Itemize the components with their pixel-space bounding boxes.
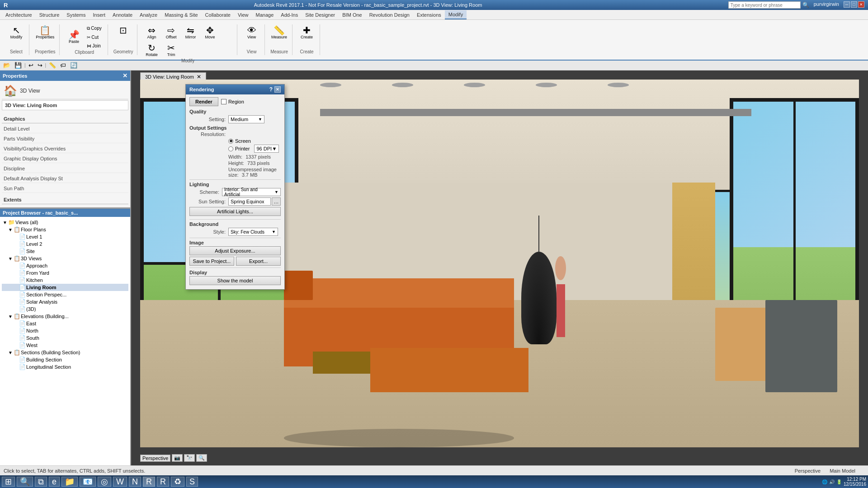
menu-sitedesigner[interactable]: Site Designer [302,11,339,19]
qat-open[interactable]: 📂 [2,61,12,69]
maximize-button[interactable]: □ [851,1,857,8]
taskbar-outlook[interactable]: 📧 [80,477,96,487]
quality-setting-select[interactable]: Medium ▼ [228,115,264,123]
taskbar-onenote[interactable]: N [129,477,141,487]
pb-kitchen[interactable]: 📄 Kitchen [2,277,128,284]
cope-btn[interactable]: ⊡ [114,24,132,36]
pb-level1[interactable]: 📄 Level 1 [2,233,128,240]
camera-icon[interactable]: 📷 [172,454,183,462]
search-input[interactable] [728,1,801,9]
qat-tag[interactable]: 🏷 [59,61,67,69]
properties-btn[interactable]: 📋 Properties [36,24,54,41]
pb-section-persp[interactable]: 📄 Section Perspec... [2,291,128,298]
task-view-button[interactable]: ⧉ [35,477,47,487]
artificial-lights-button[interactable]: Artificial Lights... [189,207,281,216]
dialog-title-bar[interactable]: Rendering ? ✕ [186,84,284,94]
measure-btn[interactable]: 📏Measure [270,24,288,41]
pb-site[interactable]: 📄 Site [2,248,128,255]
scheme-select[interactable]: Interior: Sun and Artificial ▼ [222,188,281,196]
menu-structure[interactable]: Structure [36,11,63,19]
trim-btn[interactable]: ✂Trim [162,42,180,58]
printer-radio-button[interactable] [228,146,233,151]
nav-icon[interactable]: 🔭 [184,454,195,462]
menu-modify[interactable]: Modify [445,10,467,19]
pb-3d-views[interactable]: ▼ 📋 3D Views [2,255,128,262]
pb-building-section[interactable]: 📄 Building Section [2,356,128,363]
viewport-area[interactable]: 3D View: Living Room ✕ [131,70,868,465]
taskbar-word[interactable]: W [113,477,127,487]
pb-floor-plans[interactable]: ▼ 📋 Floor Plans [2,226,128,233]
taskbar-ie[interactable]: e [49,477,60,487]
pb-solar-analysis[interactable]: 📄 Solar Analysis [2,298,128,305]
menu-manage[interactable]: Manage [252,11,278,19]
qat-redo[interactable]: ↪ [36,61,44,69]
pb-from-yard[interactable]: 📄 From Yard [2,269,128,277]
dialog-help-icon[interactable]: ? [269,86,273,93]
menu-view[interactable]: View [234,11,252,19]
qat-sync[interactable]: 🔄 [69,61,79,69]
join-btn[interactable]: ⋈ Join [85,42,104,50]
properties-close-button[interactable]: ✕ [123,72,127,79]
taskbar-skype[interactable]: S [186,477,198,487]
copy-btn[interactable]: ⧉ Copy [85,24,104,33]
create-btn[interactable]: ✚Create [298,24,316,41]
menu-massing[interactable]: Massing & Site [161,11,201,19]
pb-longitudinal[interactable]: 📄 Longitudinal Section [2,363,128,371]
pb-living-room[interactable]: 📄 Living Room [2,284,128,291]
menu-analyze[interactable]: Analyze [136,11,161,19]
taskbar-recycle[interactable]: ♻ [171,477,184,487]
region-checkbox[interactable] [221,99,226,104]
zoom-icon[interactable]: 🔍 [196,454,207,462]
pb-approach[interactable]: 📄 Approach [2,262,128,269]
menu-annotate[interactable]: Annotate [109,11,136,19]
export-button[interactable]: Export... [236,257,281,266]
taskbar-revit[interactable]: R [143,477,155,487]
modify-select-btn[interactable]: ↖ Modify [7,24,25,41]
screen-radio-button[interactable] [228,139,233,144]
dialog-close-button[interactable]: ✕ [274,86,281,93]
pb-views-all[interactable]: ▼ 📁 Views (all) [2,219,128,226]
adjust-exposure-button[interactable]: Adjust Exposure... [189,246,281,255]
taskbar-chrome[interactable]: ◎ [98,477,111,487]
menu-addins[interactable]: Add-Ins [277,11,302,19]
save-to-project-button[interactable]: Save to Project... [189,257,234,266]
taskbar-explorer[interactable]: 📁 [61,477,78,487]
taskbar-revit2[interactable]: R [157,477,169,487]
background-style-select[interactable]: Sky: Few Clouds ▼ [228,228,278,236]
mirror-btn[interactable]: ⇋Mirror [182,24,200,41]
menu-collaborate[interactable]: Collaborate [202,11,234,19]
menu-architecture[interactable]: Architecture [2,11,36,19]
view-btn[interactable]: 👁View [243,24,261,41]
sun-setting-input[interactable]: Spring Equinox [228,197,271,206]
pb-north[interactable]: 📄 North [2,327,128,334]
show-model-button[interactable]: Show the model [189,276,281,285]
offset-btn[interactable]: ⇨Offset [162,24,180,41]
menu-bimone[interactable]: BIM One [339,11,365,19]
menu-systems[interactable]: Systems [63,11,89,19]
rotate-btn[interactable]: ↻Rotate [143,42,161,58]
close-button[interactable]: ✕ [858,1,864,8]
qat-save[interactable]: 💾 [13,61,23,69]
pb-level2[interactable]: 📄 Level 2 [2,240,128,248]
minimize-button[interactable]: ─ [844,1,850,8]
menu-extensions[interactable]: Extensions [413,11,445,19]
move-btn[interactable]: ✥Move [201,24,219,41]
pb-west[interactable]: 📄 West [2,342,128,349]
search-icon[interactable]: 🔍 [802,2,809,8]
pb-south[interactable]: 📄 South [2,334,128,342]
pb-elevations[interactable]: ▼ 📋 Elevations (Building... [2,313,128,320]
sun-browse-button[interactable]: … [272,197,281,206]
render-button[interactable]: Render [189,97,218,106]
paste-btn[interactable]: 📌 Paste [65,29,83,45]
qat-undo[interactable]: ↩ [27,61,35,69]
cut-btn[interactable]: ✂ Cut [85,33,104,41]
pb-east[interactable]: 📄 East [2,320,128,327]
start-button[interactable]: ⊞ [2,477,15,487]
menu-revolution[interactable]: Revolution Design [366,11,413,19]
pb-3d[interactable]: 📄 (3D) [2,305,128,313]
viewport-tab-close[interactable]: ✕ [197,74,201,80]
menu-insert[interactable]: Insert [90,11,109,19]
pb-sections[interactable]: ▼ 📋 Sections (Building Section) [2,349,128,356]
qat-measure[interactable]: 📏 [47,61,57,69]
taskbar-search[interactable]: 🔍 [17,477,33,487]
